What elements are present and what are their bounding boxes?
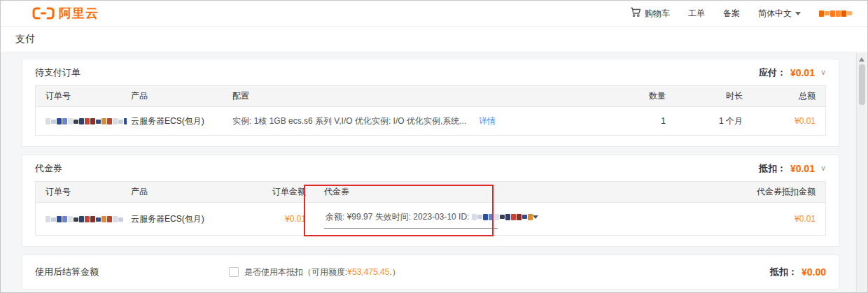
top-nav: 购物车 工单 备案 简体中文 xyxy=(630,7,852,20)
config-text: 实例: 1核 1GB ecs.s6 系列 V,I/O 优化实例: I/O 优化实… xyxy=(232,115,466,127)
col-total: 总额 xyxy=(747,90,825,102)
nav-language[interactable]: 简体中文 xyxy=(758,8,801,20)
top-bar: 阿里云 购物车 工单 备案 简体中文 xyxy=(1,1,867,27)
main-content: 待支付订单 应付： ¥0.01 ∨ 订单号 产品 配置 数量 时长 总额 云服务… xyxy=(1,53,867,292)
redacted-order-number xyxy=(46,118,127,125)
col-duration: 时长 xyxy=(670,90,747,102)
available-amount: ¥53,475.45 xyxy=(347,267,389,277)
col-order-id: 订单号 xyxy=(36,186,127,198)
aliyun-logo-icon xyxy=(32,6,55,20)
order-amount: ¥0.01 xyxy=(228,214,310,224)
table-row: 云服务器ECS(包月) 实例: 1核 1GB ecs.s6 系列 V,I/O 优… xyxy=(36,107,825,135)
chevron-down-icon xyxy=(795,12,801,15)
settlement-card: 使用后结算金额 是否使用本抵扣（可用额度:¥53,475.45.） 抵扣： ¥0… xyxy=(22,255,839,290)
col-order-id: 订单号 xyxy=(36,90,127,102)
nav-language-label: 简体中文 xyxy=(758,8,792,20)
pending-orders-table: 订单号 产品 配置 数量 时长 总额 云服务器ECS(包月) 实例: 1核 1G… xyxy=(35,85,826,136)
nav-tickets[interactable]: 工单 xyxy=(688,8,705,20)
settle-deduct-amount: ¥0.00 xyxy=(802,266,826,278)
checkbox-label: 是否使用本抵扣（可用额度:¥53,475.45.） xyxy=(244,266,400,278)
redacted-order-number xyxy=(46,216,123,223)
settlement-title: 使用后结算金额 xyxy=(35,266,229,278)
deduct-label: 抵扣： xyxy=(759,162,786,175)
page-title-bar: 支付 xyxy=(1,27,867,52)
aliyun-logo-text: 阿里云 xyxy=(59,5,99,22)
redacted-user-name xyxy=(819,10,852,17)
nav-beian[interactable]: 备案 xyxy=(723,8,740,20)
dropdown-caret-icon xyxy=(533,215,538,219)
quantity-value: 1 xyxy=(607,116,670,126)
voucher-option-text: 余额: ¥99.97 失效时间: 2023-03-10 ID: xyxy=(326,211,469,223)
settle-deduct-label: 抵扣： xyxy=(770,266,797,278)
page-title: 支付 xyxy=(15,33,35,45)
col-product: 产品 xyxy=(127,186,228,198)
col-quantity: 数量 xyxy=(607,90,670,102)
voucher-title: 代金券 xyxy=(35,162,62,175)
payable-label: 应付： xyxy=(759,66,786,79)
redacted-voucher-id xyxy=(472,213,533,220)
total-amount: ¥0.01 xyxy=(747,116,825,126)
use-deduction-checkbox[interactable] xyxy=(229,267,239,277)
voucher-table: 订单号 产品 订单金额 代金券 代金券抵扣金额 云服务器ECS(包月) ¥0.0… xyxy=(35,181,826,236)
nav-cart[interactable]: 购物车 xyxy=(630,7,670,20)
aliyun-logo[interactable]: 阿里云 xyxy=(32,5,99,22)
payable-amount: ¥0.01 xyxy=(790,67,815,78)
table-row: 云服务器ECS(包月) ¥0.01 余额: ¥99.97 失效时间: 2023-… xyxy=(36,203,825,235)
col-product: 产品 xyxy=(127,90,228,102)
nav-tickets-label: 工单 xyxy=(688,8,705,20)
product-name: 云服务器ECS(包月) xyxy=(127,115,228,127)
vertical-scrollbar[interactable] xyxy=(856,53,867,292)
nav-beian-label: 备案 xyxy=(723,8,740,20)
nav-cart-label: 购物车 xyxy=(645,8,670,20)
scroll-up-icon[interactable] xyxy=(859,57,864,62)
voucher-card: 代金券 抵扣： ¥0.01 ∨ 订单号 产品 订单金额 代金券 代金券抵扣金额 … xyxy=(22,155,839,247)
pending-orders-card: 待支付订单 应付： ¥0.01 ∨ 订单号 产品 配置 数量 时长 总额 云服务… xyxy=(22,59,839,147)
collapse-chevron-icon[interactable]: ∨ xyxy=(820,68,826,77)
detail-link[interactable]: 详情 xyxy=(479,115,496,127)
aliyun-payment-page: { "topbar": { "logo_text": "阿里云", "nav":… xyxy=(0,0,868,293)
col-config: 配置 xyxy=(228,90,607,102)
cart-icon xyxy=(630,7,641,20)
col-voucher-deduct: 代金券抵扣金额 xyxy=(706,186,825,198)
scrollbar-thumb[interactable] xyxy=(859,64,865,105)
voucher-select[interactable]: 余额: ¥99.97 失效时间: 2023-03-10 ID: xyxy=(324,210,498,229)
account-name[interactable] xyxy=(819,10,852,17)
collapse-chevron-icon[interactable]: ∨ xyxy=(820,164,826,173)
col-order-amount: 订单金额 xyxy=(228,186,310,198)
deduct-amount: ¥0.01 xyxy=(790,163,815,174)
col-voucher: 代金券 xyxy=(310,186,706,198)
duration-value: 1 个月 xyxy=(670,115,747,127)
pending-orders-title: 待支付订单 xyxy=(35,66,80,79)
product-name: 云服务器ECS(包月) xyxy=(127,213,228,225)
voucher-deduct-amount: ¥0.01 xyxy=(706,214,825,224)
